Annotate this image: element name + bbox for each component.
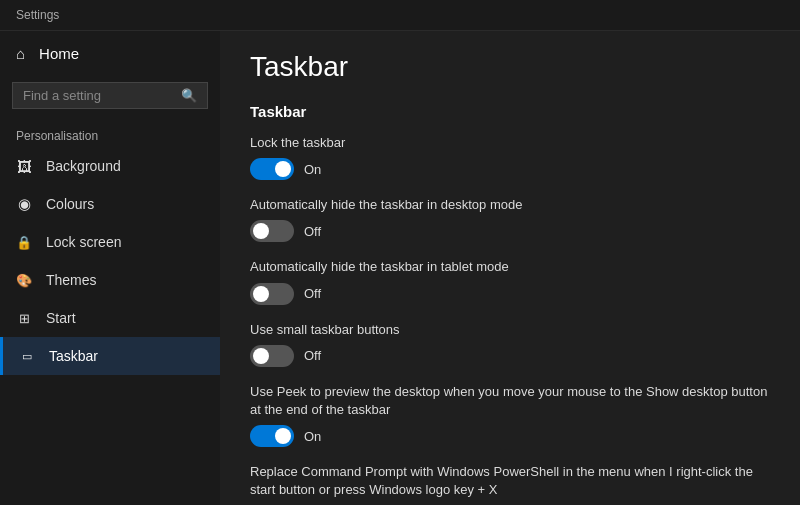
- setting-small-buttons: Use small taskbar buttons Off: [250, 321, 770, 367]
- main-layout: ⌂ Home 🔍 Personalisation 🖼 Background ◉ …: [0, 31, 800, 505]
- toggle-row: Off: [250, 283, 770, 305]
- toggle-text: On: [304, 429, 321, 444]
- sidebar-item-label: Start: [46, 310, 76, 326]
- taskbar-icon: ▭: [19, 348, 35, 364]
- search-input[interactable]: [23, 88, 181, 103]
- toggle-row: On: [250, 158, 770, 180]
- toggle-text: Off: [304, 348, 321, 363]
- sidebar-item-start[interactable]: ⊞ Start: [0, 299, 220, 337]
- setting-label: Use Peek to preview the desktop when you…: [250, 383, 770, 419]
- setting-label: Automatically hide the taskbar in tablet…: [250, 258, 770, 276]
- setting-powershell: Replace Command Prompt with Windows Powe…: [250, 463, 770, 505]
- sidebar-item-lockscreen[interactable]: 🔒 Lock screen: [0, 223, 220, 261]
- colours-icon: ◉: [16, 196, 32, 212]
- home-icon: ⌂: [16, 45, 25, 62]
- content-area: Taskbar Taskbar Lock the taskbar On Auto…: [220, 31, 800, 505]
- sidebar: ⌂ Home 🔍 Personalisation 🖼 Background ◉ …: [0, 31, 220, 505]
- toggle-peek[interactable]: [250, 425, 294, 447]
- sidebar-item-home[interactable]: ⌂ Home: [0, 31, 220, 76]
- setting-lock-taskbar: Lock the taskbar On: [250, 134, 770, 180]
- toggle-hide-desktop[interactable]: [250, 220, 294, 242]
- sidebar-item-label: Taskbar: [49, 348, 98, 364]
- sidebar-item-background[interactable]: 🖼 Background: [0, 147, 220, 185]
- lockscreen-icon: 🔒: [16, 234, 32, 250]
- sidebar-item-label: Background: [46, 158, 121, 174]
- title-bar: Settings: [0, 0, 800, 31]
- sidebar-section-label: Personalisation: [0, 121, 220, 147]
- background-icon: 🖼: [16, 158, 32, 174]
- page-title: Taskbar: [250, 51, 770, 83]
- toggle-row: On: [250, 425, 770, 447]
- toggle-hide-tablet[interactable]: [250, 283, 294, 305]
- setting-label: Use small taskbar buttons: [250, 321, 770, 339]
- toggle-row: Off: [250, 345, 770, 367]
- toggle-lock-taskbar[interactable]: [250, 158, 294, 180]
- sidebar-item-colours[interactable]: ◉ Colours: [0, 185, 220, 223]
- sidebar-item-label: Themes: [46, 272, 97, 288]
- setting-label: Lock the taskbar: [250, 134, 770, 152]
- setting-label: Automatically hide the taskbar in deskto…: [250, 196, 770, 214]
- start-icon: ⊞: [16, 310, 32, 326]
- toggle-small-buttons[interactable]: [250, 345, 294, 367]
- sidebar-item-taskbar[interactable]: ▭ Taskbar: [0, 337, 220, 375]
- toggle-text: Off: [304, 224, 321, 239]
- section-title: Taskbar: [250, 103, 770, 120]
- title-bar-label: Settings: [16, 8, 59, 22]
- setting-label: Replace Command Prompt with Windows Powe…: [250, 463, 770, 499]
- themes-icon: 🎨: [16, 272, 32, 288]
- setting-hide-desktop: Automatically hide the taskbar in deskto…: [250, 196, 770, 242]
- sidebar-item-label: Colours: [46, 196, 94, 212]
- setting-peek: Use Peek to preview the desktop when you…: [250, 383, 770, 447]
- sidebar-home-label: Home: [39, 45, 79, 62]
- search-box[interactable]: 🔍: [12, 82, 208, 109]
- sidebar-item-themes[interactable]: 🎨 Themes: [0, 261, 220, 299]
- toggle-row: Off: [250, 220, 770, 242]
- setting-hide-tablet: Automatically hide the taskbar in tablet…: [250, 258, 770, 304]
- toggle-text: On: [304, 162, 321, 177]
- sidebar-item-label: Lock screen: [46, 234, 121, 250]
- toggle-text: Off: [304, 286, 321, 301]
- search-icon: 🔍: [181, 88, 197, 103]
